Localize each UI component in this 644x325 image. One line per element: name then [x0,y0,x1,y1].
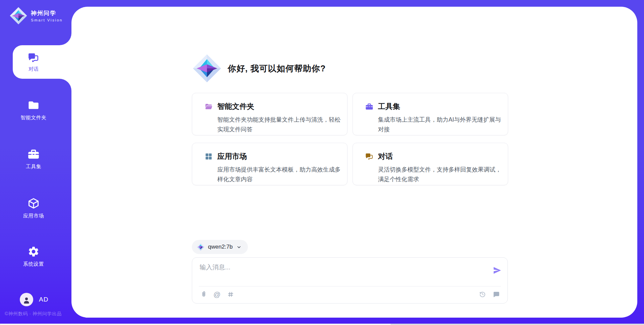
sidebar-item-label: 系统设置 [23,261,44,267]
copyright-text: ©神州数码 · 神州问学出品 [5,311,62,317]
page-title: 你好, 我可以如何帮助你? [228,63,326,74]
mention-button[interactable]: @ [213,290,221,298]
quick-phrases-button[interactable] [492,290,500,298]
message-composer: @ [192,257,508,304]
sidebar-item-smart-folders[interactable]: 智能文件夹 [0,99,67,121]
horizontal-scrollbar-thumb[interactable] [0,324,391,325]
chat-square-icon [493,291,500,298]
card-description: 集成市场上主流工具，助力AI与外界无缝扩展与对接 [378,115,504,134]
card-description: 智能文件夹功能支持批量文件上传与清洗，轻松实现文件问答 [217,115,343,134]
model-diamond-icon [197,243,205,251]
brand: 神州问学 Smart Vision [9,7,63,25]
feature-card-chat[interactable]: 对话 灵活切换多模型文件，支持多样回复效果调试，满足个性化需求 [353,143,508,185]
model-selector[interactable]: qwen2:7b [192,240,248,254]
hashtag-icon [227,291,234,298]
horizontal-scrollbar-track [0,324,644,325]
app-grid-icon [205,152,213,160]
card-description: 应用市场提供丰富长文本模板，助力高效生成多样化文章内容 [217,165,343,184]
assistant-diamond-icon [192,54,222,83]
folder-icon [28,99,40,111]
paperclip-icon [200,291,207,298]
message-input[interactable] [200,263,468,283]
app-root: 神州问学 Smart Vision 对话 智能文件夹 工具集 应用市场 系统设置 [0,0,644,325]
card-title: 智能文件夹 [217,102,254,112]
tab-bottom-fillet [59,79,71,91]
toolbox-icon [365,103,373,111]
card-title: 应用市场 [217,151,247,161]
feature-card-app-market[interactable]: 应用市场 应用市场提供丰富长文本模板，助力高效生成多样化文章内容 [192,143,347,185]
toolbox-icon [28,148,40,160]
history-icon [479,291,486,298]
feature-card-toolset[interactable]: 工具集 集成市场上主流工具，助力AI与外界无缝扩展与对接 [353,93,508,135]
feature-card-smart-folders[interactable]: 智能文件夹 智能文件夹功能支持批量文件上传与清洗，轻松实现文件问答 [192,93,347,135]
chevron-down-icon [236,244,242,250]
main-panel: 你好, 我可以如何帮助你? 智能文件夹 智能文件夹功能支持批量文件上传与清洗，轻… [71,7,637,318]
history-button[interactable] [478,290,486,298]
attachment-button[interactable] [200,290,208,298]
sidebar-item-label: 应用市场 [23,213,44,219]
avatar [20,293,33,306]
cube-icon [28,197,40,209]
chat-bubbles-icon [365,152,373,160]
person-icon [22,296,31,304]
card-description: 灵活切换多模型文件，支持多样回复效果调试，满足个性化需求 [378,165,504,184]
chat-bubbles-icon [28,52,39,63]
mention-icon: @ [213,291,220,298]
folder-open-icon [205,103,213,111]
card-title: 工具集 [378,102,400,112]
brand-name: 神州问学 [31,9,63,17]
model-name: qwen2:7b [208,244,233,250]
brand-logo-icon [9,7,28,25]
card-title: 对话 [378,151,393,161]
brand-subtitle: Smart Vision [31,18,63,22]
sidebar-item-chat[interactable]: 对话 [13,45,71,79]
greeting: 你好, 我可以如何帮助你? [192,54,326,83]
feature-cards: 智能文件夹 智能文件夹功能支持批量文件上传与清洗，轻松实现文件问答 工具集 集成… [192,93,508,185]
tab-top-fillet [59,33,71,45]
user-initials: AD [39,296,48,303]
composer-divider [199,286,501,286]
sidebar-item-app-market[interactable]: 应用市场 [0,197,67,219]
hashtag-button[interactable] [226,290,234,298]
sidebar-item-toolset[interactable]: 工具集 [0,148,67,170]
send-button[interactable] [492,266,502,276]
gear-icon [28,246,40,258]
user-account[interactable]: AD [20,293,48,306]
composer-toolbar: @ [200,289,500,299]
sidebar-item-label: 工具集 [26,164,42,170]
sidebar-item-label: 智能文件夹 [20,115,47,121]
sidebar-item-label: 对话 [29,66,39,72]
send-icon [492,266,502,275]
sidebar-item-settings[interactable]: 系统设置 [0,246,67,267]
